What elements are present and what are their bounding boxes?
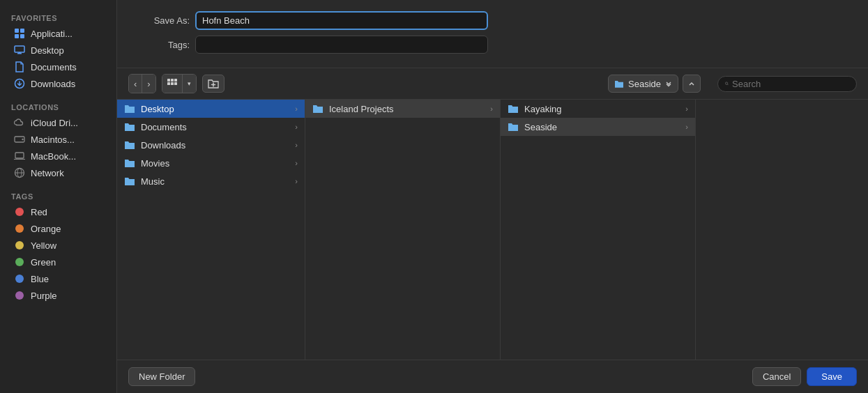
download-icon <box>14 78 25 89</box>
folder-icon <box>124 157 135 169</box>
cancel-button[interactable]: Cancel <box>752 367 801 386</box>
sidebar-item-label: Downloads <box>31 79 75 89</box>
svg-rect-6 <box>19 52 21 54</box>
sidebar-item-label: Red <box>31 207 47 217</box>
browser-item-seaside[interactable]: Seaside › <box>501 118 695 136</box>
browser-item-label: Music <box>141 176 165 187</box>
svg-rect-18 <box>171 82 174 85</box>
tags-input[interactable] <box>195 36 488 54</box>
sidebar-item-tag-yellow[interactable]: Yellow <box>3 237 114 254</box>
sidebar-item-tag-orange[interactable]: Orange <box>3 220 114 237</box>
browser-item-movies[interactable]: Movies › <box>117 154 305 172</box>
chevron-right-icon: › <box>295 123 298 131</box>
browser-column-2: Iceland Projects › <box>305 100 501 360</box>
sidebar-item-label: Desktop <box>31 45 64 56</box>
main-area: Save As: Tags: ‹ › ▾ <box>117 0 868 393</box>
sidebar-item-macintosh[interactable]: Macintos... <box>3 131 114 148</box>
browser-item-label: Movies <box>141 158 169 169</box>
browser-column-4-empty <box>696 100 868 360</box>
doc-icon <box>14 61 25 72</box>
sidebar-item-tag-blue[interactable]: Blue <box>3 270 114 287</box>
sidebar-item-icloud[interactable]: iCloud Dri... <box>3 114 114 131</box>
chevron-right-icon: › <box>295 177 298 185</box>
new-folder-toolbar-button[interactable] <box>202 75 224 93</box>
svg-rect-19 <box>174 82 177 85</box>
sidebar-item-tag-purple[interactable]: Purple <box>3 287 114 304</box>
svg-rect-3 <box>20 34 24 38</box>
view-dropdown-button[interactable]: ▾ <box>183 75 196 93</box>
desktop-icon <box>14 45 25 56</box>
sidebar-item-label: Orange <box>31 224 61 234</box>
sidebar-item-label: Documents <box>31 62 77 72</box>
save-button[interactable]: Save <box>807 367 857 386</box>
location-dropdown[interactable]: Seaside <box>608 75 678 93</box>
browser-item-label: Seaside <box>524 122 557 132</box>
locations-section-label: Locations <box>0 98 116 114</box>
sidebar-item-label: Macintos... <box>31 134 75 145</box>
tags-section-label: Tags <box>0 187 116 203</box>
file-browser: Desktop › Documents › Downloads › Movies… <box>117 100 868 360</box>
sidebar-item-tag-green[interactable]: Green <box>3 254 114 270</box>
sidebar-item-label: Green <box>31 257 56 268</box>
sidebar-item-label: Blue <box>31 274 49 284</box>
tag-purple-icon <box>14 290 25 301</box>
sidebar-item-tag-red[interactable]: Red <box>3 203 114 220</box>
view-mode-button[interactable] <box>162 75 183 93</box>
sidebar-item-label: MacBook... <box>31 151 76 162</box>
svg-point-9 <box>22 139 23 140</box>
toolbar: ‹ › ▾ Seaside <box>117 68 868 100</box>
sidebar-item-macbook[interactable]: MacBook... <box>3 148 114 164</box>
browser-item-music[interactable]: Music › <box>117 172 305 190</box>
folder-icon <box>124 103 135 114</box>
sidebar-item-label: Applicati... <box>31 29 73 39</box>
network-icon <box>14 167 25 178</box>
sidebar-item-downloads[interactable]: Downloads <box>3 75 114 92</box>
cloud-icon <box>14 117 25 128</box>
svg-line-23 <box>727 84 728 85</box>
sidebar-item-documents[interactable]: Documents <box>3 59 114 75</box>
svg-point-22 <box>725 82 727 84</box>
browser-item-label: Iceland Projects <box>329 104 394 114</box>
save-as-input[interactable] <box>195 11 488 30</box>
svg-rect-1 <box>20 29 24 33</box>
sidebar-item-network[interactable]: Network <box>3 164 114 181</box>
sidebar-item-label: Network <box>31 168 64 178</box>
browser-column-1: Desktop › Documents › Downloads › Movies… <box>117 100 305 360</box>
tag-orange-icon <box>14 223 25 234</box>
chevron-right-icon: › <box>295 141 298 149</box>
search-input[interactable] <box>732 79 849 89</box>
sidebar-item-desktop[interactable]: Desktop <box>3 42 114 59</box>
tag-yellow-icon <box>14 240 25 251</box>
hd-icon <box>14 134 25 145</box>
nav-button-group: ‹ › <box>128 74 156 93</box>
form-area: Save As: Tags: <box>117 0 868 68</box>
browser-item-label: Downloads <box>141 140 185 151</box>
sidebar-item-label: Yellow <box>31 240 56 251</box>
browser-item-desktop[interactable]: Desktop › <box>117 100 305 118</box>
back-button[interactable]: ‹ <box>129 75 142 93</box>
browser-item-downloads[interactable]: Downloads › <box>117 136 305 154</box>
folder-icon <box>312 103 323 114</box>
view-button-group: ▾ <box>162 74 197 93</box>
new-folder-button[interactable]: New Folder <box>128 367 195 386</box>
sidebar: Favorites Applicati... Desktop Documents… <box>0 0 117 393</box>
browser-item-label: Desktop <box>141 104 174 114</box>
save-as-label: Save As: <box>134 15 190 26</box>
svg-rect-4 <box>15 46 24 52</box>
browser-item-iceland-projects[interactable]: Iceland Projects › <box>305 100 500 118</box>
sidebar-item-applications[interactable]: Applicati... <box>3 25 114 42</box>
laptop-icon <box>14 151 25 162</box>
chevron-right-icon: › <box>295 159 298 167</box>
browser-item-label: Documents <box>141 122 187 132</box>
svg-rect-15 <box>171 79 174 82</box>
collapse-button[interactable] <box>683 75 701 93</box>
sidebar-item-label: iCloud Dri... <box>31 118 78 128</box>
svg-rect-2 <box>15 34 19 38</box>
save-as-row: Save As: <box>134 11 851 30</box>
folder-icon <box>124 176 135 187</box>
browser-item-kayaking[interactable]: Kayaking › <box>501 100 695 118</box>
browser-item-documents[interactable]: Documents › <box>117 118 305 136</box>
folder-icon <box>124 121 135 132</box>
search-box <box>717 76 857 92</box>
forward-button[interactable]: › <box>142 75 155 93</box>
